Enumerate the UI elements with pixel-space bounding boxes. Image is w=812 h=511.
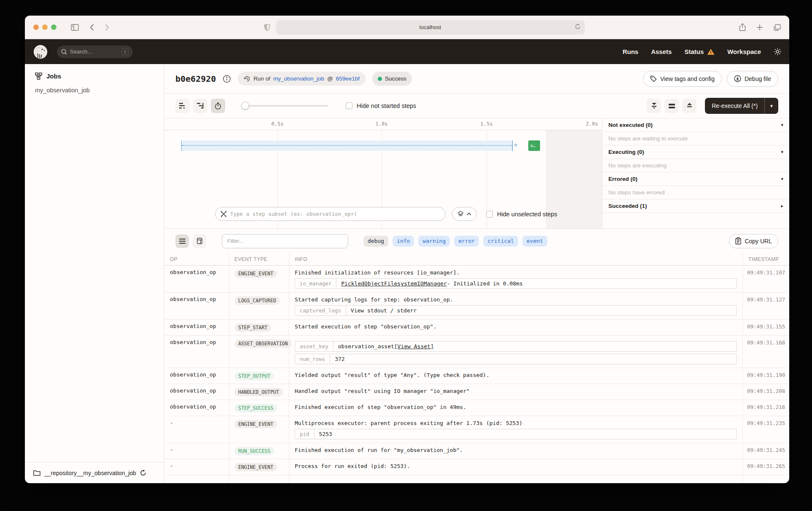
log-level-chip-info[interactable]: info (393, 236, 414, 247)
log-message: Finished initialization of resources [io… (295, 269, 737, 276)
waterfall-view-button[interactable] (193, 99, 207, 113)
back-button[interactable] (90, 24, 94, 31)
step-graph-icon (220, 211, 227, 217)
minimize-window-button[interactable] (42, 24, 48, 30)
metadata-link[interactable]: PickledObjectFilesystemIOManager (341, 280, 446, 287)
col-header-info: INFO (289, 253, 743, 265)
panel-section-executing[interactable]: Executing (0)▾ (602, 145, 789, 159)
settings-gear-icon[interactable] (774, 48, 782, 56)
status-label: Success (385, 75, 406, 82)
job-link[interactable]: my_observation_job (273, 75, 324, 82)
hide-not-started-checkbox[interactable] (346, 102, 352, 109)
log-row-info: Multiprocess executor: parent process ex… (289, 416, 743, 443)
log-table-row[interactable]: observation_opSTEP_OUTPUTYielded output … (164, 368, 789, 384)
commit-link[interactable]: 659ee1bf (336, 75, 360, 82)
sidebar-toggle-icon[interactable] (71, 24, 79, 31)
log-level-chip-error[interactable]: error (454, 236, 479, 247)
col-header-timestamp: TIMESTAMP (743, 253, 789, 265)
log-row-info: Started capturing logs for step: observa… (289, 293, 743, 319)
metadata-box: num_rows372 (295, 354, 737, 364)
timed-view-button[interactable] (211, 99, 225, 113)
log-level-chip-warning[interactable]: warning (418, 236, 450, 247)
tag-icon (650, 75, 657, 82)
log-message: Process for run exited (pid: 5253). (295, 463, 737, 470)
event-type-pill: RUN_SUCCESS (234, 447, 274, 455)
address-bar[interactable]: localhost (276, 20, 585, 35)
caret-down-icon: ▾ (781, 122, 783, 128)
log-row-info: Finished execution of step "observation_… (289, 400, 743, 416)
gantt-waiting-band (181, 140, 513, 151)
share-icon[interactable] (739, 23, 746, 31)
browser-toolbar: localhost (25, 16, 789, 39)
metadata-value: 372 (330, 354, 349, 364)
log-row-op: observation_op (164, 384, 229, 400)
flat-view-button[interactable] (175, 99, 190, 113)
top-nav: RunsAssetsStatusWorkspace (623, 48, 761, 55)
panel-section-errored[interactable]: Errored (0)▾ (602, 172, 789, 186)
zoom-slider-knob[interactable] (241, 102, 249, 110)
log-row-info: asset_keyobservation_asset [View Asset]n… (289, 336, 743, 368)
zoom-slider[interactable] (241, 105, 328, 107)
info-icon[interactable] (223, 75, 231, 83)
log-table-row[interactable]: -ENGINE_EVENTProcess for run exited (pid… (164, 459, 789, 475)
reload-repository-icon[interactable] (140, 470, 146, 476)
log-row-info: Handled output "result" using IO manager… (289, 384, 743, 400)
close-window-button[interactable] (33, 24, 39, 30)
zoom-window-button[interactable] (51, 24, 56, 30)
gantt-chart: 0.5s1.0s1.5s2.0s o o… (164, 118, 602, 229)
forward-button[interactable] (105, 24, 109, 31)
graph-query-toggle-button[interactable] (452, 207, 477, 221)
log-table-row[interactable]: observation_opASSET_OBSERVATIONasset_key… (164, 336, 789, 368)
panel-section-not[interactable]: Not executed (0)▾ (602, 118, 789, 132)
privacy-shield-icon[interactable] (264, 24, 270, 31)
gantt-step-bar[interactable]: o… (528, 140, 540, 151)
debug-file-button[interactable]: Debug file (727, 71, 778, 87)
repository-footer[interactable]: __repository__my_observation_job (25, 462, 164, 483)
log-toolbar: debuginfowarningerrorcriticalevent Copy … (164, 229, 789, 253)
log-table-row[interactable]: observation_opHANDLED_OUTPUTHandled outp… (164, 384, 789, 400)
log-table-row[interactable]: -RUN_SUCCESSFinished execution of run fo… (164, 443, 789, 459)
sidebar-item-my-observation-job[interactable]: my_observation_job (25, 80, 164, 94)
panel-section-succeeded[interactable]: Succeeded (1)▸ (602, 199, 789, 213)
tab-overview-icon[interactable] (774, 24, 781, 31)
metadata-key: num_rows (295, 354, 330, 364)
metadata-suffix: - Initialized in 0.08ms (447, 280, 523, 287)
hide-unselected-checkbox[interactable] (486, 211, 493, 218)
reload-icon[interactable] (575, 24, 581, 31)
log-row-op: observation_op (164, 320, 229, 335)
browser-window: localhost Search... / (25, 16, 789, 483)
log-level-chip-event[interactable]: event (522, 236, 547, 247)
copy-url-button[interactable]: Copy URL (729, 234, 778, 248)
nav-item-assets[interactable]: Assets (651, 48, 672, 55)
metadata-key: captured_logs (295, 306, 346, 315)
metadata-link[interactable]: [View Asset] (394, 343, 434, 350)
panel-section-title: Succeeded (1) (608, 203, 781, 209)
fit-view-button[interactable] (664, 99, 679, 113)
zoom-out-button[interactable] (647, 99, 661, 113)
nav-item-workspace[interactable]: Workspace (727, 48, 761, 55)
view-tags-config-button[interactable]: View tags and config (643, 71, 722, 87)
global-search[interactable]: Search... / (57, 46, 133, 58)
log-row-op: observation_op (164, 368, 229, 384)
reexecute-all-button[interactable]: Re-execute All (*) (705, 98, 765, 114)
log-table-row[interactable]: observation_opENGINE_EVENTFinished initi… (164, 266, 789, 293)
log-row-event-type: STEP_SUCCESS (229, 400, 289, 416)
log-table-row[interactable]: observation_opSTEP_STARTStarted executio… (164, 320, 789, 336)
log-table-row[interactable]: observation_opLOGS_CAPTUREDStarted captu… (164, 293, 789, 320)
new-tab-icon[interactable] (757, 24, 763, 30)
zoom-in-button[interactable] (682, 99, 696, 113)
log-list-view-button[interactable] (175, 234, 189, 248)
log-level-chip-debug[interactable]: debug (363, 236, 388, 247)
reexecute-dropdown-caret[interactable]: ▼ (765, 98, 778, 114)
nav-item-runs[interactable]: Runs (623, 48, 639, 55)
log-filter-input[interactable] (227, 238, 343, 244)
step-subset-input[interactable] (230, 211, 440, 217)
log-row-op: observation_op (164, 336, 229, 368)
log-table-row[interactable]: observation_opSTEP_SUCCESSFinished execu… (164, 400, 789, 416)
log-row-timestamp: 09:49:31.168 (743, 336, 789, 368)
log-structured-view-button[interactable] (193, 234, 206, 248)
dagster-logo[interactable] (32, 44, 48, 60)
log-level-chip-critical[interactable]: critical (483, 236, 518, 247)
nav-item-status[interactable]: Status (684, 48, 715, 55)
log-table-row[interactable]: -ENGINE_EVENTMultiprocess executor: pare… (164, 416, 789, 443)
